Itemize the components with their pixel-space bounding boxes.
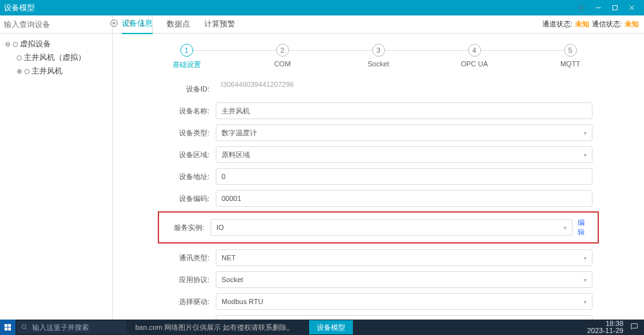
settings-icon[interactable] [573, 3, 590, 13]
tree-child-label: 主井风机（虚拟） [24, 52, 86, 63]
start-button[interactable] [0, 320, 15, 335]
close-icon[interactable] [623, 3, 640, 13]
device-code-label: 设备编码: [164, 194, 209, 204]
device-type-select[interactable]: 数字温度计▾ [216, 124, 592, 141]
form: 设备ID:I306448039441207296 设备名称: 设备类型:数字温度… [113, 75, 644, 320]
step-opcua[interactable]: 4OPC UA [426, 44, 522, 70]
tree-child-1[interactable]: 主井风机（虚拟） [3, 51, 109, 64]
notification-icon[interactable] [630, 322, 639, 332]
channel-status-value: 未知 [575, 19, 589, 29]
tab-device-info[interactable]: 设备信息 [122, 14, 153, 34]
main-panel: 1基础设置 2COM 3Socket 4OPC UA 5MQTT 设备ID:I3… [113, 34, 644, 320]
driver-label: 选择驱动: [164, 297, 209, 307]
taskbar-app[interactable]: 设备模型 [309, 320, 353, 334]
chevron-down-icon: ▾ [583, 254, 587, 262]
device-type-label: 设备类型: [164, 128, 209, 138]
svg-rect-13 [5, 328, 8, 331]
step-com[interactable]: 2COM [234, 44, 330, 70]
comm-type-select[interactable]: NET▾ [216, 249, 592, 266]
watermark-text: ban.com 网络图片仅供展示 如有侵权请联系删除。 [135, 323, 294, 332]
search-input[interactable] [0, 17, 104, 32]
taskbar-search[interactable]: 输入这里子并搜索 [17, 321, 126, 334]
taskbar: 输入这里子并搜索 ban.com 网络图片仅供展示 如有侵权请联系删除。 设备模… [0, 320, 644, 335]
chevron-down-icon: ▾ [583, 276, 587, 283]
device-name-label: 设备名称: [164, 106, 209, 116]
radio-icon [17, 55, 22, 61]
device-area-select[interactable]: 原料区域▾ [216, 146, 592, 163]
app-proto-label: 应用协议: [164, 275, 209, 285]
svg-point-0 [580, 7, 583, 10]
device-id-value: I306448039441207296 [216, 81, 592, 97]
device-area-label: 设备区域: [164, 150, 209, 160]
step-socket[interactable]: 3Socket [330, 44, 426, 70]
step-basic[interactable]: 1基础设置 [138, 44, 234, 70]
comm-type-label: 通讯类型: [164, 253, 209, 263]
slot-input[interactable] [216, 315, 592, 320]
comm-status-value: 未知 [625, 19, 639, 29]
device-addr-input[interactable] [216, 168, 592, 185]
channel-status-label: 通道状态: [542, 19, 573, 29]
comm-status-label: 通信状态: [592, 19, 622, 29]
device-id-label: 设备ID: [164, 84, 209, 94]
step-mqtt[interactable]: 5MQTT [522, 44, 618, 70]
tree-child-label: 主井风机 [32, 66, 62, 77]
tree-root-label: 虚拟设备 [20, 39, 51, 50]
service-instance-row: 服务实例:IO▾编辑 [158, 211, 599, 244]
window-title: 设备模型 [4, 3, 573, 14]
caret-icon: ⊖ [5, 41, 11, 48]
service-inst-label: 服务实例: [159, 223, 204, 233]
chevron-down-icon: ▾ [564, 224, 567, 231]
radio-icon [13, 42, 18, 47]
status-bar: 通道状态: 未知 通信状态: 未知 [542, 19, 644, 29]
app-proto-select[interactable]: Socket▾ [216, 271, 592, 288]
device-addr-label: 设备地址: [164, 172, 209, 182]
toolbar: 设备信息 数据点 计算预警 通道状态: 未知 通信状态: 未知 [0, 15, 644, 34]
clock[interactable]: 18:38 2023-11-29 [587, 320, 623, 334]
tree-child-2[interactable]: ⊕ 主井风机 [3, 64, 109, 78]
radio-icon [24, 69, 30, 74]
device-code-input[interactable] [216, 190, 592, 207]
svg-point-15 [22, 325, 26, 329]
chevron-down-icon: ▾ [583, 298, 587, 305]
chevron-down-icon: ▾ [583, 129, 587, 137]
svg-rect-14 [8, 328, 12, 331]
edit-link[interactable]: 编辑 [578, 218, 598, 237]
step-indicator: 1基础设置 2COM 3Socket 4OPC UA 5MQTT [113, 34, 644, 75]
svg-line-16 [26, 329, 28, 330]
caret-icon: ⊕ [17, 68, 23, 75]
titlebar: 设备模型 [0, 0, 644, 15]
device-name-input[interactable] [216, 102, 592, 119]
sidebar: ⊖ 虚拟设备 主井风机（虚拟） ⊕ 主井风机 [0, 34, 113, 320]
tab-calc-alert[interactable]: 计算预警 [204, 15, 235, 34]
maximize-icon[interactable] [607, 3, 623, 13]
tabs: 设备信息 数据点 计算预警 [113, 15, 235, 33]
service-inst-select[interactable]: IO▾ [211, 219, 573, 236]
driver-select[interactable]: Modbus RTU▾ [216, 293, 592, 310]
svg-rect-11 [5, 324, 8, 327]
tree-root[interactable]: ⊖ 虚拟设备 [3, 37, 109, 51]
minimize-icon[interactable] [590, 3, 607, 13]
chevron-down-icon: ▾ [583, 151, 587, 158]
system-tray: 18:38 2023-11-29 [587, 320, 644, 334]
svg-rect-12 [8, 324, 12, 327]
tab-data-points[interactable]: 数据点 [167, 15, 190, 34]
svg-rect-2 [613, 6, 618, 10]
